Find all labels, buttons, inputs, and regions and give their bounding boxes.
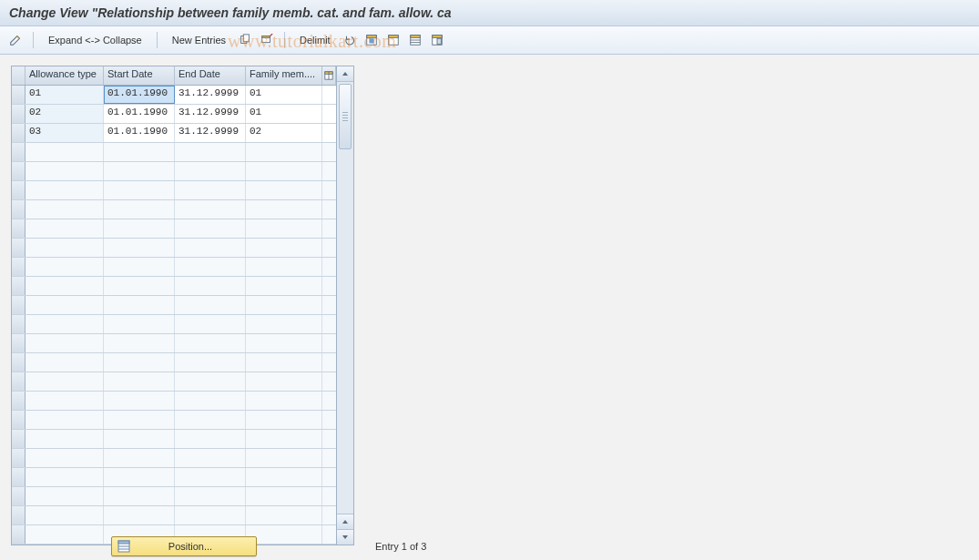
table-row[interactable] [12, 200, 336, 219]
row-selector[interactable] [12, 200, 25, 219]
row-selector[interactable] [12, 430, 25, 448]
cell-end-date[interactable] [175, 430, 246, 448]
cell-allowance-type[interactable] [25, 411, 104, 429]
cell-end-date[interactable] [175, 506, 246, 524]
cell-allowance-type[interactable]: 03 [25, 124, 104, 142]
cell-end-date[interactable]: 31.12.9999 [175, 124, 246, 142]
cell-family-mem[interactable] [246, 258, 322, 276]
row-selector-header[interactable] [12, 66, 25, 85]
cell-family-mem[interactable] [246, 296, 322, 314]
table-row[interactable] [12, 143, 336, 162]
toggle-edit-icon[interactable] [7, 32, 24, 48]
table-row[interactable] [12, 296, 336, 315]
table-row[interactable] [12, 277, 336, 296]
cell-end-date[interactable] [175, 277, 246, 295]
row-selector[interactable] [12, 162, 25, 180]
cell-allowance-type[interactable] [25, 353, 104, 372]
cell-end-date[interactable] [175, 296, 246, 314]
col-header-family-mem[interactable]: Family mem.... [246, 66, 322, 85]
cell-allowance-type[interactable] [25, 487, 104, 505]
table-row[interactable] [12, 411, 336, 430]
table-row[interactable] [12, 315, 336, 334]
table-row[interactable] [12, 468, 336, 487]
table-row[interactable] [12, 430, 336, 449]
cell-start-date[interactable] [104, 411, 175, 429]
cell-end-date[interactable]: 31.12.9999 [175, 105, 246, 123]
table-row[interactable]: 0201.01.199031.12.999901 [12, 105, 336, 124]
row-selector[interactable] [12, 239, 25, 257]
scroll-thumb[interactable] [339, 84, 352, 149]
table-row[interactable] [12, 258, 336, 277]
cell-start-date[interactable] [104, 296, 175, 314]
cell-start-date[interactable] [104, 143, 175, 161]
cell-start-date[interactable] [104, 219, 175, 238]
row-selector[interactable] [12, 334, 25, 352]
cell-allowance-type[interactable] [25, 334, 104, 352]
cell-family-mem[interactable] [246, 449, 322, 467]
table-row[interactable] [12, 449, 336, 468]
select-all-icon[interactable] [363, 32, 380, 48]
row-selector[interactable] [12, 124, 25, 142]
cell-family-mem[interactable] [246, 430, 322, 448]
cell-end-date[interactable]: 31.12.9999 [175, 86, 246, 104]
cell-end-date[interactable] [175, 449, 246, 467]
row-selector[interactable] [12, 468, 25, 486]
row-selector[interactable] [12, 296, 25, 314]
cell-family-mem[interactable]: 02 [246, 124, 322, 142]
table-row[interactable] [12, 353, 336, 372]
cell-allowance-type[interactable] [25, 143, 104, 161]
table-row[interactable] [12, 334, 336, 353]
cell-allowance-type[interactable] [25, 296, 104, 314]
cell-allowance-type[interactable]: 02 [25, 105, 104, 123]
cell-family-mem[interactable] [246, 200, 322, 219]
cell-end-date[interactable] [175, 258, 246, 276]
cell-start-date[interactable] [104, 372, 175, 391]
delete-icon[interactable] [259, 32, 275, 48]
cell-allowance-type[interactable] [25, 372, 104, 391]
data-table[interactable]: Allowance type Start Date End Date Famil… [11, 66, 337, 545]
row-selector[interactable] [12, 258, 25, 276]
cell-allowance-type[interactable] [25, 315, 104, 333]
cell-family-mem[interactable] [246, 334, 322, 352]
copy-icon[interactable] [237, 32, 253, 48]
cell-allowance-type[interactable] [25, 258, 104, 276]
cell-start-date[interactable] [104, 181, 175, 199]
cell-end-date[interactable] [175, 219, 246, 238]
scroll-track[interactable] [337, 82, 353, 514]
table-row[interactable] [12, 487, 336, 506]
expand-collapse-button[interactable]: Expand <-> Collapse [43, 33, 148, 47]
cell-end-date[interactable] [175, 334, 246, 352]
col-header-start-date[interactable]: Start Date [104, 66, 175, 85]
cell-allowance-type[interactable] [25, 162, 104, 180]
cell-family-mem[interactable] [246, 468, 322, 486]
cell-end-date[interactable] [175, 315, 246, 333]
table-row[interactable] [12, 506, 336, 525]
cell-start-date[interactable] [104, 392, 175, 410]
cell-end-date[interactable] [175, 487, 246, 505]
cell-end-date[interactable] [175, 353, 246, 372]
cell-start-date[interactable]: 01.01.1990 [104, 105, 175, 123]
delimit-button[interactable]: Delimit [294, 33, 336, 47]
deselect-all-icon[interactable] [385, 32, 402, 48]
row-selector[interactable] [12, 86, 25, 104]
cell-allowance-type[interactable] [25, 277, 104, 295]
cell-allowance-type[interactable] [25, 430, 104, 448]
cell-family-mem[interactable] [246, 277, 322, 295]
cell-family-mem[interactable] [246, 372, 322, 391]
cell-family-mem[interactable] [246, 143, 322, 161]
print-icon[interactable] [429, 32, 445, 48]
cell-allowance-type[interactable] [25, 392, 104, 410]
cell-end-date[interactable] [175, 392, 246, 410]
cell-allowance-type[interactable] [25, 449, 104, 467]
cell-family-mem[interactable] [246, 353, 322, 372]
row-selector[interactable] [12, 372, 25, 391]
cell-end-date[interactable] [175, 181, 246, 199]
cell-start-date[interactable] [104, 277, 175, 295]
cell-start-date[interactable] [104, 315, 175, 333]
scroll-up2-icon[interactable] [337, 514, 353, 529]
cell-allowance-type[interactable] [25, 200, 104, 219]
cell-start-date[interactable] [104, 468, 175, 486]
cell-start-date[interactable] [104, 353, 175, 372]
cell-family-mem[interactable]: 01 [246, 105, 322, 123]
cell-allowance-type[interactable] [25, 239, 104, 257]
